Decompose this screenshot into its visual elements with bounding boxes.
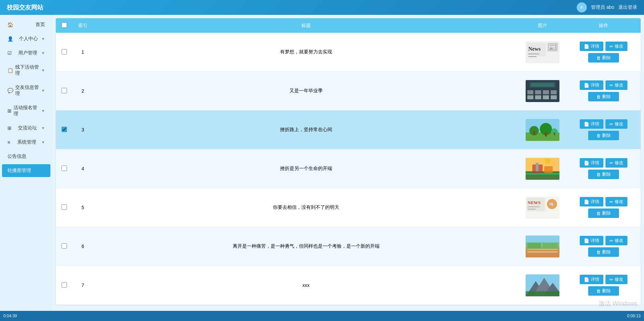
detail-icon: 📄: [584, 83, 589, 88]
table-header-row: 索引 标题 图片 操作: [56, 18, 641, 33]
table-row: 1 有梦想，就要努力去实现 News ━━━━━━━━ ━━━━━━ 📰 📄 详…: [56, 33, 641, 72]
thumbnail-7: [526, 274, 559, 296]
delete-button-3[interactable]: 🗑 删除: [588, 131, 619, 140]
sidebar-item-sys-label: 系统管理: [17, 139, 36, 145]
row-image-4: [519, 149, 566, 188]
row-actions-3: 📄 详情 ✏ 修改 🗑 删除: [566, 110, 641, 149]
action-row-bottom-4: 🗑 删除: [588, 170, 619, 179]
svg-text:News: News: [528, 46, 540, 52]
row-checkbox-3[interactable]: [62, 127, 67, 132]
forum-icon: ⊞: [7, 125, 12, 131]
edit-icon: ✏: [610, 44, 613, 49]
delete-button-1[interactable]: 🗑 删除: [588, 53, 619, 63]
row-image-7: [519, 266, 566, 305]
row-actions-6: 📄 详情 ✏ 修改 🗑 删除: [566, 227, 641, 266]
svg-rect-8: [527, 90, 533, 94]
detail-icon: 📄: [584, 277, 589, 282]
svg-text:📰: 📰: [549, 43, 556, 50]
edit-button-2[interactable]: ✏ 修改: [605, 80, 627, 90]
edit-button-3[interactable]: ✏ 修改: [605, 119, 627, 129]
detail-button-4[interactable]: 📄 详情: [580, 158, 603, 168]
detail-button-1[interactable]: 📄 详情: [580, 42, 603, 51]
row-index-5: 5: [73, 188, 93, 227]
svg-text:━━━━━━━━━: ━━━━━━━━━: [527, 206, 540, 208]
sidebar-item-user-mgmt[interactable]: ☑ 用户管理 ▼: [2, 47, 50, 59]
sidebar-item-home[interactable]: 🏠 首页: [2, 18, 50, 31]
table-body: 1 有梦想，就要努力去实现 News ━━━━━━━━ ━━━━━━ 📰 📄 详…: [56, 33, 641, 305]
svg-rect-23: [545, 132, 547, 137]
svg-point-32: [545, 158, 550, 164]
row-index-3: 3: [73, 110, 93, 149]
sidebar-item-forum[interactable]: ⊞ 交流论坛 ▼: [2, 122, 50, 134]
thumbnail-4: [526, 158, 559, 180]
row-title-5: 你要去相信，没有到不了的明天: [93, 188, 519, 227]
action-row-bottom-3: 🗑 删除: [588, 131, 619, 140]
sidebar-item-user-mgmt-label: 用户管理: [18, 50, 37, 56]
settings-icon: ≡: [7, 140, 10, 145]
edit-icon: ✏: [610, 277, 613, 282]
taskbar-right-time: 0:00:13: [627, 314, 641, 318]
delete-button-6[interactable]: 🗑 删除: [588, 247, 619, 257]
sidebar-item-sys-mgmt[interactable]: ≡ 系统管理 ▼: [2, 136, 50, 149]
sidebar-item-home-label: 首页: [36, 22, 45, 28]
app-header: 校园交友网站 A 管理员 abo 退出登录: [0, 0, 644, 15]
row-checkbox-1[interactable]: [62, 49, 67, 54]
svg-rect-14: [543, 95, 549, 99]
edit-icon: ✏: [610, 83, 613, 88]
row-checkbox-7[interactable]: [62, 282, 67, 288]
grid-icon: ⊞: [7, 108, 12, 114]
delete-icon: 🗑: [596, 289, 601, 294]
svg-rect-21: [533, 131, 535, 135]
edit-button-7[interactable]: ✏ 修改: [605, 275, 627, 284]
sidebar-item-social-info[interactable]: 💬 交友信息管理 ▼: [2, 81, 50, 100]
thumbnail-2: [526, 80, 559, 102]
action-row-top-1: 📄 详情 ✏ 修改: [580, 42, 627, 51]
logout-button[interactable]: 退出登录: [618, 4, 637, 10]
delete-icon: 🗑: [596, 94, 601, 99]
row-actions-7: 📄 详情 ✏ 修改 🗑 删除: [566, 266, 641, 305]
main-layout: 🏠 首页 👤 个人中心 ▼ ☑ 用户管理 ▼ 📋 线下活动管理 ▼ 💬 交友信息…: [0, 15, 644, 321]
thumbnail-1: News ━━━━━━━━ ━━━━━━ 📰: [526, 41, 559, 63]
row-title-3: 挫折路上，坚持常在心间: [93, 110, 519, 149]
sidebar-item-personal-label: 个人中心: [19, 36, 38, 42]
sidebar-item-announcement[interactable]: 公告信息: [2, 150, 50, 163]
select-all-checkbox[interactable]: [62, 22, 67, 28]
delete-button-7[interactable]: 🗑 删除: [588, 286, 619, 296]
svg-rect-30: [526, 173, 559, 175]
detail-button-6[interactable]: 📄 详情: [580, 236, 603, 245]
row-actions-4: 📄 详情 ✏ 修改 🗑 删除: [566, 149, 641, 188]
row-index-2: 2: [73, 72, 93, 110]
col-image: 图片: [519, 18, 566, 33]
delete-button-4[interactable]: 🗑 删除: [588, 170, 619, 179]
row-checkbox-6[interactable]: [62, 243, 67, 249]
delete-button-5[interactable]: 🗑 删除: [588, 208, 619, 218]
app-title: 校园交友网站: [7, 3, 43, 11]
row-checkbox-4[interactable]: [62, 166, 67, 171]
detail-button-5[interactable]: 📄 详情: [580, 197, 603, 206]
detail-button-2[interactable]: 📄 详情: [580, 80, 603, 90]
row-title-1: 有梦想，就要努力去实现: [93, 33, 519, 72]
edit-button-4[interactable]: ✏ 修改: [605, 158, 627, 168]
data-table-wrapper: 索引 标题 图片 操作 1 有梦想，就要努力去实现 News ━━━━━━━━: [56, 18, 641, 305]
edit-button-5[interactable]: ✏ 修改: [605, 197, 627, 206]
user-icon: 👤: [7, 36, 13, 42]
detail-icon: 📄: [584, 122, 589, 127]
row-actions-1: 📄 详情 ✏ 修改 🗑 删除: [566, 33, 641, 72]
home-icon: 🏠: [7, 22, 13, 27]
edit-icon: ✏: [610, 238, 613, 243]
delete-button-2[interactable]: 🗑 删除: [588, 92, 619, 101]
sidebar-item-personal[interactable]: 👤 个人中心 ▼: [2, 32, 50, 45]
detail-icon: 📄: [584, 238, 589, 243]
row-checkbox-cell: [56, 227, 73, 266]
sidebar-item-carousel[interactable]: 轮播图管理: [2, 164, 50, 177]
row-checkbox-5[interactable]: [62, 204, 67, 210]
main-content: 索引 标题 图片 操作 1 有梦想，就要努力去实现 News ━━━━━━━━: [52, 15, 644, 321]
edit-button-6[interactable]: ✏ 修改: [605, 236, 627, 245]
edit-button-1[interactable]: ✏ 修改: [605, 42, 627, 51]
detail-button-7[interactable]: 📄 详情: [580, 275, 603, 284]
detail-button-3[interactable]: 📄 详情: [580, 119, 603, 129]
row-checkbox-2[interactable]: [62, 88, 67, 93]
sidebar-item-offline-activity[interactable]: 📋 线下活动管理 ▼: [2, 61, 50, 80]
sidebar-item-activity-reg[interactable]: ⊞ 活动报名管理 ▼: [2, 101, 50, 120]
row-index-7: 7: [73, 266, 93, 305]
